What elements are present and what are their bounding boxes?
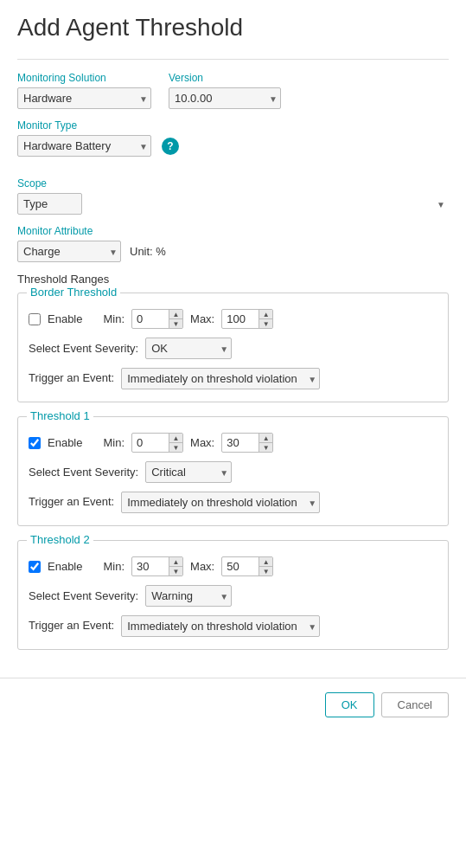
threshold2-enable-checkbox[interactable] [29, 561, 41, 573]
threshold1-severity-label: Select Event Severity: [29, 466, 138, 479]
threshold2-severity-label: Select Event Severity: [29, 589, 138, 602]
monitoring-solution-select[interactable]: Hardware [17, 87, 151, 109]
monitor-type-select[interactable]: Hardware Battery [17, 135, 151, 157]
border-min-label: Min: [103, 312, 124, 325]
border-min-down[interactable]: ▼ [169, 319, 182, 328]
threshold1-severity-row: Select Event Severity: OK Warning Critic… [29, 461, 437, 483]
threshold2-trigger-label: Trigger an Event: [29, 615, 114, 632]
scope-arrow: ▼ [437, 199, 445, 209]
threshold1-max-spinbtns: ▲ ▼ [259, 434, 272, 452]
border-enable-label: Enable [48, 312, 82, 325]
border-trigger-label: Trigger an Event: [29, 368, 114, 384]
threshold2-min-label: Min: [103, 560, 124, 573]
threshold2-max-spinbtns: ▲ ▼ [259, 557, 272, 575]
border-threshold-inner: Enable Min: ▲ ▼ Max: ▲ ▼ [29, 309, 437, 389]
threshold2-enable-label: Enable [48, 560, 82, 573]
version-select[interactable]: 10.0.00 [169, 87, 281, 109]
version-wrapper: 10.0.00 ▼ [169, 87, 281, 109]
border-max-label: Max: [190, 312, 214, 325]
version-label: Version [169, 72, 281, 84]
attribute-select[interactable]: Charge [17, 241, 121, 262]
threshold1-severity-select[interactable]: OK Warning Critical [145, 461, 232, 483]
monitoring-solution-label: Monitoring Solution [17, 72, 151, 84]
unit-label: Unit: % [130, 245, 166, 258]
border-severity-label: Select Event Severity: [29, 342, 138, 355]
threshold2-box: Threshold 2 Enable Min: ▲ ▼ Max: ▲ [17, 540, 449, 650]
attribute-row: Charge ▼ Unit: % [17, 241, 449, 262]
threshold1-max-label: Max: [190, 436, 214, 449]
threshold2-severity-wrapper: OK Warning Critical ▼ [145, 585, 232, 607]
cancel-button[interactable]: Cancel [381, 692, 449, 717]
threshold1-trigger-select[interactable]: Immediately on threshold violation [121, 492, 320, 513]
threshold1-min-wrapper: ▲ ▼ [131, 433, 183, 453]
border-min-up[interactable]: ▲ [169, 310, 182, 319]
threshold2-trigger-select[interactable]: Immediately on threshold violation [121, 615, 320, 637]
threshold1-inner: Enable Min: ▲ ▼ Max: ▲ ▼ [29, 433, 437, 513]
border-max-up[interactable]: ▲ [259, 310, 272, 319]
scope-wrapper: Type ▼ [17, 193, 449, 215]
threshold1-box: Threshold 1 Enable Min: ▲ ▼ Max: ▲ [17, 416, 449, 526]
border-max-wrapper: ▲ ▼ [221, 309, 273, 329]
scope-label: Scope [17, 177, 449, 190]
divider [17, 59, 449, 60]
threshold2-trigger-row: Trigger an Event: Immediately on thresho… [29, 615, 437, 637]
ok-button[interactable]: OK [325, 692, 374, 717]
threshold-ranges-label: Threshold Ranges [17, 273, 449, 286]
border-trigger-select[interactable]: Immediately on threshold violation [121, 368, 320, 389]
threshold2-min-up[interactable]: ▲ [169, 557, 182, 567]
border-max-down[interactable]: ▼ [259, 319, 272, 328]
threshold1-enable-checkbox[interactable] [29, 437, 41, 449]
threshold2-title: Threshold 2 [27, 533, 93, 546]
threshold1-min-down[interactable]: ▼ [169, 443, 182, 452]
threshold2-min-down[interactable]: ▼ [169, 567, 182, 575]
threshold2-inner: Enable Min: ▲ ▼ Max: ▲ ▼ [29, 556, 437, 637]
threshold1-severity-wrapper: OK Warning Critical ▼ [145, 461, 232, 483]
border-severity-wrapper: OK Warning Critical ▼ [145, 338, 232, 359]
threshold2-min-spinbtns: ▲ ▼ [169, 557, 182, 575]
attribute-wrapper: Charge ▼ [17, 241, 121, 262]
monitor-type-wrapper: Hardware Battery ▼ [17, 135, 151, 157]
threshold1-min-up[interactable]: ▲ [169, 434, 182, 443]
threshold2-enable-row: Enable Min: ▲ ▼ Max: ▲ ▼ [29, 556, 437, 576]
threshold1-min-spinbtns: ▲ ▼ [169, 434, 182, 452]
border-max-spinbtns: ▲ ▼ [259, 310, 272, 328]
monitoring-version-row: Monitoring Solution Hardware ▼ Version 1… [17, 72, 449, 109]
threshold1-max-up[interactable]: ▲ [259, 434, 272, 443]
threshold1-enable-row: Enable Min: ▲ ▼ Max: ▲ ▼ [29, 433, 437, 453]
threshold2-max-up[interactable]: ▲ [259, 557, 272, 567]
page-container: Add Agent Threshold Monitoring Solution … [0, 0, 466, 678]
scope-select[interactable]: Type [17, 193, 82, 215]
border-threshold-title: Border Threshold [27, 286, 120, 299]
page-title: Add Agent Threshold [17, 14, 449, 42]
threshold2-max-wrapper: ▲ ▼ [221, 556, 273, 576]
threshold1-title: Threshold 1 [27, 409, 93, 422]
version-group: Version 10.0.00 ▼ [169, 72, 281, 109]
help-icon[interactable]: ? [162, 138, 179, 155]
threshold2-severity-select[interactable]: OK Warning Critical [145, 585, 232, 607]
threshold1-trigger-wrapper: Immediately on threshold violation ▼ [121, 492, 320, 513]
threshold2-trigger-wrapper: Immediately on threshold violation ▼ [121, 615, 320, 637]
monitor-attribute-label: Monitor Attribute [17, 225, 449, 237]
threshold2-severity-row: Select Event Severity: OK Warning Critic… [29, 585, 437, 607]
monitor-type-group: Monitor Type Hardware Battery ▼ ? [17, 119, 449, 167]
threshold1-max-down[interactable]: ▼ [259, 443, 272, 452]
monitor-type-row: Hardware Battery ▼ ? [17, 135, 449, 157]
border-trigger-wrapper: Immediately on threshold violation ▼ [121, 368, 320, 389]
border-min-wrapper: ▲ ▼ [131, 309, 183, 329]
threshold2-max-label: Max: [190, 560, 214, 573]
border-trigger-row: Trigger an Event: Immediately on thresho… [29, 368, 437, 389]
monitoring-solution-group: Monitoring Solution Hardware ▼ [17, 72, 151, 109]
border-severity-select[interactable]: OK Warning Critical [145, 338, 232, 359]
border-severity-row: Select Event Severity: OK Warning Critic… [29, 338, 437, 359]
border-enable-checkbox[interactable] [29, 313, 41, 325]
border-threshold-box: Border Threshold Enable Min: ▲ ▼ Max: [17, 293, 449, 402]
monitor-attribute-group: Monitor Attribute Charge ▼ Unit: % [17, 225, 449, 262]
scope-group: Scope Type ▼ [17, 177, 449, 215]
threshold2-min-wrapper: ▲ ▼ [131, 556, 183, 576]
threshold1-max-wrapper: ▲ ▼ [221, 433, 273, 453]
threshold1-min-label: Min: [103, 436, 124, 449]
border-min-spinbtns: ▲ ▼ [169, 310, 182, 328]
threshold1-trigger-label: Trigger an Event: [29, 492, 114, 508]
threshold2-max-down[interactable]: ▼ [259, 567, 272, 575]
monitor-type-label: Monitor Type [17, 119, 449, 132]
